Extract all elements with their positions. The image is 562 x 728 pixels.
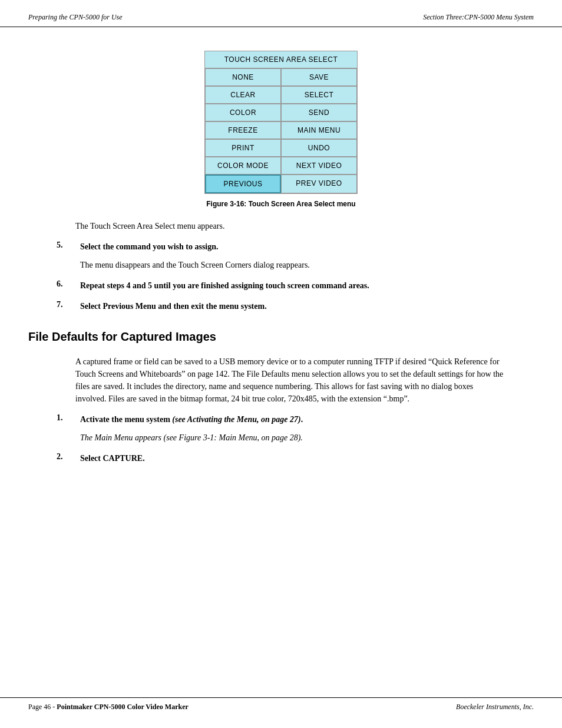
- section-step-1-period: .: [301, 415, 303, 424]
- step-7-content: Select Previous Menu and then exit the m…: [80, 300, 505, 312]
- menu-btn-select[interactable]: SELECT: [281, 86, 357, 104]
- footer-left: Page 46 - Pointmaker CPN-5000 Color Vide…: [28, 703, 189, 711]
- menu-title: TOUCH SCREEN AREA SELECT: [205, 51, 357, 68]
- section-step-1-sub: The Main Menu appears (see Figure 3-1: M…: [80, 431, 505, 444]
- footer-left-pre: Page 46 -: [28, 703, 57, 711]
- menu-btn-main-menu[interactable]: MAIN MENU: [281, 121, 357, 139]
- step-6-content: Repeat steps 4 and 5 until you are finis…: [80, 279, 505, 292]
- menu-btn-undo[interactable]: UNDO: [281, 139, 357, 157]
- menu-btn-freeze[interactable]: FREEZE: [205, 121, 281, 139]
- section-step-2: 2. Select CAPTURE.: [57, 452, 505, 465]
- intro-text: The Touch Screen Area Select menu appear…: [75, 220, 505, 232]
- step-7: 7. Select Previous Menu and then exit th…: [57, 300, 505, 312]
- header-left: Preparing the CPN-5000 for Use: [28, 13, 123, 22]
- section-step-1-ref: (see Activating the Menu, on page 27): [170, 415, 301, 424]
- menu-btn-none[interactable]: NONE: [205, 68, 281, 86]
- footer-left-bold: Pointmaker CPN-5000 Color Video Marker: [57, 703, 189, 711]
- menu-btn-prev-video[interactable]: PREV VIDEO: [281, 174, 357, 193]
- page-header: Preparing the CPN-5000 for Use Section T…: [0, 0, 562, 27]
- figure-caption: Figure 3-16: Touch Screen Area Select me…: [206, 200, 355, 208]
- menu-btn-clear[interactable]: CLEAR: [205, 86, 281, 104]
- step-7-bold: Select Previous Menu and then exit the m…: [80, 300, 505, 312]
- header-right: Section Three:CPN-5000 Menu System: [423, 13, 534, 22]
- section-step-1-bold: Activate the menu system: [80, 415, 170, 424]
- step-5: 5. Select the command you wish to assign…: [57, 241, 505, 271]
- menu-btn-send[interactable]: SEND: [281, 104, 357, 121]
- footer-right: Boeckeler Instruments, Inc.: [456, 703, 534, 711]
- intro-paragraph: The Touch Screen Area Select menu appear…: [75, 220, 505, 232]
- menu-grid: NONE SAVE CLEAR SELECT COLOR SEND FREEZE…: [205, 68, 357, 193]
- touch-screen-menu: TOUCH SCREEN AREA SELECT NONE SAVE CLEAR…: [204, 51, 358, 194]
- section-step-2-content: Select CAPTURE.: [80, 452, 505, 465]
- step-6-number: 6.: [57, 279, 80, 292]
- main-content: TOUCH SCREEN AREA SELECT NONE SAVE CLEAR…: [0, 27, 562, 490]
- section-step-1-number: 1.: [57, 413, 80, 444]
- menu-btn-color[interactable]: COLOR: [205, 104, 281, 121]
- section-step-2-bold: Select CAPTURE.: [80, 452, 505, 465]
- step-5-number: 5.: [57, 241, 80, 271]
- section-step-1: 1. Activate the menu system (see Activat…: [57, 413, 505, 444]
- section-heading: File Defaults for Captured Images: [28, 330, 534, 344]
- menu-diagram: TOUCH SCREEN AREA SELECT NONE SAVE CLEAR…: [28, 51, 534, 208]
- step-5-sub: The menu disappears and the Touch Screen…: [80, 259, 505, 271]
- section-step-2-number: 2.: [57, 452, 80, 465]
- section-step-1-content: Activate the menu system (see Activating…: [80, 413, 505, 444]
- menu-btn-color-mode[interactable]: COLOR MODE: [205, 157, 281, 174]
- step-5-bold: Select the command you wish to assign.: [80, 241, 505, 253]
- step-5-content: Select the command you wish to assign. T…: [80, 241, 505, 271]
- section-para-text: A captured frame or field can be saved t…: [75, 355, 505, 405]
- section-paragraph: A captured frame or field can be saved t…: [75, 355, 505, 405]
- section-step-1-line: Activate the menu system (see Activating…: [80, 413, 505, 426]
- figure-caption-bold: Figure 3-16: Touch Screen Area Select me…: [206, 200, 355, 208]
- menu-btn-save[interactable]: SAVE: [281, 68, 357, 86]
- menu-btn-previous[interactable]: PREVIOUS: [205, 174, 281, 193]
- step-7-number: 7.: [57, 300, 80, 312]
- page-footer: Page 46 - Pointmaker CPN-5000 Color Vide…: [0, 697, 562, 716]
- step-6-bold: Repeat steps 4 and 5 until you are finis…: [80, 279, 505, 292]
- step-6: 6. Repeat steps 4 and 5 until you are fi…: [57, 279, 505, 292]
- menu-btn-print[interactable]: PRINT: [205, 139, 281, 157]
- menu-btn-next-video[interactable]: NEXT VIDEO: [281, 157, 357, 174]
